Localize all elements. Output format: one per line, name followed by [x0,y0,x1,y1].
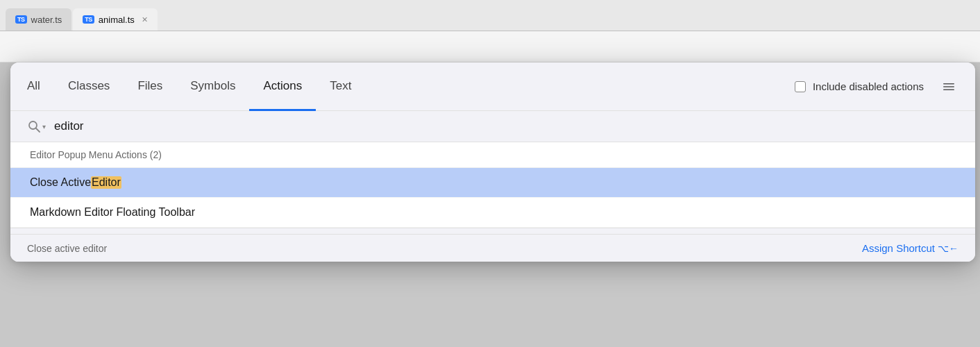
tab-classes[interactable]: Classes [54,63,124,111]
result-group-header: Editor Popup Menu Actions (2) [10,142,975,168]
tab-text[interactable]: Text [316,63,365,111]
footer-bar: Close active editor Assign Shortcut ⌥← [10,234,975,262]
settings-button[interactable] [939,77,958,96]
tab-files[interactable]: Files [124,63,176,111]
svg-rect-2 [943,89,954,90]
search-icon [27,119,41,133]
result-text-highlight: Editor [91,176,121,189]
settings-icon [942,80,956,94]
results-list: Editor Popup Menu Actions (2) Close Acti… [10,142,975,228]
tab-actions[interactable]: Actions [249,63,316,111]
include-disabled-label: Include disabled actions [813,81,924,92]
search-modal: All Classes Files Symbols Actions Text I… [10,62,975,262]
modal-tab-bar: All Classes Files Symbols Actions Text I… [10,62,975,111]
tab-bar: TS water.ts TS animal.ts ✕ [0,0,980,31]
shortcut-symbol: ⌥← [938,243,958,254]
tab-water-label: water.ts [31,15,62,25]
assign-shortcut-label: Assign Shortcut [862,242,935,254]
ts-icon-water: TS [15,15,27,24]
footer-status-text: Close active editor [27,243,107,254]
ts-icon-animal: TS [83,15,94,24]
tab-all[interactable]: All [27,63,54,111]
svg-rect-1 [943,86,954,87]
search-query[interactable]: editor [54,119,84,133]
assign-shortcut-container[interactable]: Assign Shortcut ⌥← [862,242,958,254]
tab-animal-label: animal.ts [99,15,135,25]
search-icon-container: ▾ [27,119,46,133]
result-item-close-active-editor[interactable]: Close Active Editor [10,168,975,198]
result-text-before: Close Active [30,176,91,189]
search-chevron-icon[interactable]: ▾ [42,123,46,130]
tab-animal-ts[interactable]: TS animal.ts ✕ [73,8,158,31]
include-disabled-checkbox[interactable] [795,81,806,92]
close-tab-icon[interactable]: ✕ [142,16,148,24]
result-item-markdown-editor[interactable]: Markdown Editor Floating Toolbar [10,198,975,228]
svg-rect-0 [943,83,954,85]
include-disabled-container: Include disabled actions [795,77,958,96]
tab-symbols[interactable]: Symbols [176,63,249,111]
editor-area [0,31,980,62]
svg-line-4 [36,128,40,132]
svg-point-3 [29,121,37,129]
tab-water-ts[interactable]: TS water.ts [6,8,71,31]
search-bar: ▾ editor [10,111,975,142]
